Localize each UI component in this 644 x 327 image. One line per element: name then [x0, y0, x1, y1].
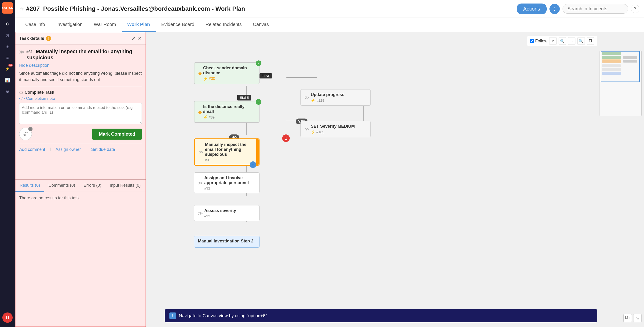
tab-case-info[interactable]: Case info: [20, 18, 51, 32]
complete-task-section: ▭ Complete Task </> Completion note 🖇 0 …: [19, 90, 142, 140]
sidebar-icon-history[interactable]: ◷: [3, 31, 12, 40]
node-is-distance-title: Is the distance really small: [203, 104, 255, 114]
is-distance-badge: ✓: [256, 99, 262, 105]
task-tab-comments[interactable]: Comments (0): [44, 180, 79, 192]
hide-description-link[interactable]: Hide description: [19, 63, 50, 68]
node-check-sender[interactable]: ◆ Check sender domain distance ⚡ #30 ✓ E…: [194, 62, 260, 84]
attachment-button[interactable]: 🖇 0: [19, 128, 32, 140]
sidebar: XSOAR ⊙ ◷ ◈ ≡ ⚡ 34 📊 ⚙ U: [0, 0, 15, 327]
divider-1: [19, 87, 142, 87]
bottom-bar-text: Navigate to Canvas view by using `option…: [179, 313, 267, 318]
node-assign-involve[interactable]: ≫ Assign and involve appropriate personn…: [194, 172, 260, 193]
sidebar-badge-count: 34: [8, 64, 13, 67]
node-update-progress-title: Update progress: [311, 92, 344, 97]
else-label-2: ELSE: [237, 95, 251, 101]
tab-related-incidents[interactable]: Related Incidents: [200, 18, 247, 32]
task-description: Since automatic triage did not find anyt…: [19, 70, 142, 83]
node-assign-involve-num: #32: [204, 186, 210, 190]
node-update-progress-num: #128: [316, 98, 324, 102]
minus-icon: ▭: [19, 90, 23, 95]
minimap: [600, 51, 642, 116]
mark-completed-button[interactable]: Mark Completed: [92, 129, 142, 140]
incident-title: Possible Phishing - Jonas.Versailles@bor…: [43, 5, 245, 12]
node-manually-inspect-title: Manually inspect the email for anything …: [205, 142, 255, 157]
main-content: ☆ #207 Possible Phishing - Jonas.Versail…: [15, 0, 644, 327]
sidebar-icon-chart[interactable]: 📊: [3, 75, 12, 85]
expand-icon[interactable]: ⤢: [132, 36, 136, 41]
search-input[interactable]: [562, 4, 628, 14]
close-icon[interactable]: ✕: [138, 36, 142, 41]
task-panel-header: Task details ! ⤢ ✕: [16, 32, 146, 45]
svg-rect-13: [623, 60, 637, 63]
attachment-area: 🖇 0 Mark Completed: [19, 128, 142, 140]
sidebar-icon-incidents[interactable]: ◈: [3, 42, 12, 51]
bottom-notification-bar: ! Navigate to Canvas view by using `opti…: [165, 309, 597, 322]
complete-task-label: ▭ Complete Task: [19, 90, 142, 95]
task-chevron-icon: ≫: [19, 49, 24, 55]
node-manually-inspect-num: #31: [205, 158, 211, 162]
refresh-button[interactable]: ↺: [549, 37, 557, 45]
tab-evidence-board[interactable]: Evidence Board: [156, 18, 200, 32]
minimap-inner: [600, 51, 642, 116]
bottom-right-controls: M+ ⤡: [624, 314, 642, 322]
tab-investigation[interactable]: Investigation: [51, 18, 88, 32]
node-manual-invest-step2[interactable]: Manual Investigation Step 2: [194, 236, 260, 248]
node-check-sender-title: Check sender domain distance: [203, 66, 255, 75]
info-icon: !: [170, 312, 176, 319]
follow-checkbox[interactable]: [530, 39, 534, 43]
divider-2: [19, 143, 142, 143]
minimap-svg: [600, 51, 642, 116]
sidebar-icon-home[interactable]: ⊙: [3, 19, 12, 29]
sidebar-icon-lightning[interactable]: ⚡ 34: [3, 64, 12, 74]
node-is-distance-num: #89: [209, 115, 214, 119]
task-results-area: There are no results for this task: [16, 192, 146, 326]
else-label-1: ELSE: [260, 73, 272, 79]
task-number-title: ≫ #31 Manually inspect the email for any…: [19, 49, 142, 61]
fit-display[interactable]: ⤡: [633, 314, 642, 322]
more-options-button[interactable]: ⋮: [550, 4, 560, 14]
task-tabs: Results (0) Comments (0) Errors (0) Inpu…: [16, 179, 146, 192]
tab-canvas[interactable]: Canvas: [247, 18, 274, 32]
zoom-in-button[interactable]: 🔍: [577, 37, 585, 45]
svg-rect-11: [623, 56, 637, 59]
zoom-out-button[interactable]: 🔍: [558, 37, 566, 45]
node-manually-inspect[interactable]: ≫ Manually inspect the email for anythin…: [194, 138, 260, 166]
svg-rect-10: [602, 56, 621, 59]
tab-work-plan[interactable]: Work Plan: [122, 18, 156, 32]
task-panel-title: Task details !: [19, 36, 51, 41]
canvas-area[interactable]: Follow ↺ 🔍 ↔ 🔍 🖼: [146, 32, 644, 327]
topbar: ☆ #207 Possible Phishing - Jonas.Versail…: [15, 0, 644, 18]
screenshot-button[interactable]: 🖼: [587, 37, 594, 45]
node-is-distance[interactable]: ◆ Is the distance really small ⚡ #89 ✓: [194, 101, 260, 123]
tab-war-room[interactable]: War Room: [88, 18, 122, 32]
actions-button[interactable]: Actions: [517, 4, 547, 14]
fit-button[interactable]: ↔: [568, 37, 576, 45]
task-title-text: Manually inspect the email for anything …: [26, 49, 132, 61]
page-title: #207 Possible Phishing - Jonas.Versaille…: [26, 5, 517, 13]
task-tab-input-results[interactable]: Input Results (0): [106, 180, 145, 192]
xsoar-logo[interactable]: XSOAR: [2, 2, 13, 14]
task-full-title: #31 Manually inspect the email for anyth…: [26, 49, 142, 61]
help-button[interactable]: ?: [631, 5, 639, 13]
node-assess-severity-title: Assess severity: [204, 208, 236, 213]
task-tab-errors[interactable]: Errors (0): [79, 180, 106, 192]
completion-textarea[interactable]: [19, 103, 142, 124]
star-icon[interactable]: ☆: [20, 6, 24, 12]
node-update-progress[interactable]: ≫ Update progress ⚡ #128: [300, 89, 371, 106]
assign-owner-link[interactable]: Assign owner: [56, 147, 81, 152]
node-assess-severity[interactable]: ≫ Assess severity #33: [194, 205, 260, 221]
completion-note-label[interactable]: </> Completion note: [19, 96, 142, 101]
task-tab-results[interactable]: Results (0): [16, 180, 44, 192]
zoom-level-display[interactable]: M+: [624, 314, 632, 322]
no-results-text: There are no results for this task: [19, 196, 80, 200]
set-due-date-link[interactable]: Set due date: [91, 147, 115, 152]
sidebar-icon-settings[interactable]: ⚙: [3, 87, 12, 96]
node-set-severity[interactable]: ≫ SET Severity MEDIUM ⚡ #105: [300, 121, 371, 137]
node-add-icon[interactable]: +: [250, 161, 256, 168]
svg-rect-15: [602, 68, 621, 71]
node-set-severity-title: SET Severity MEDIUM: [311, 124, 355, 129]
add-comment-link[interactable]: Add comment: [19, 147, 45, 152]
user-avatar[interactable]: U: [2, 312, 13, 323]
task-number: #31: [26, 50, 33, 54]
sidebar-icon-filter[interactable]: ≡: [3, 53, 12, 62]
